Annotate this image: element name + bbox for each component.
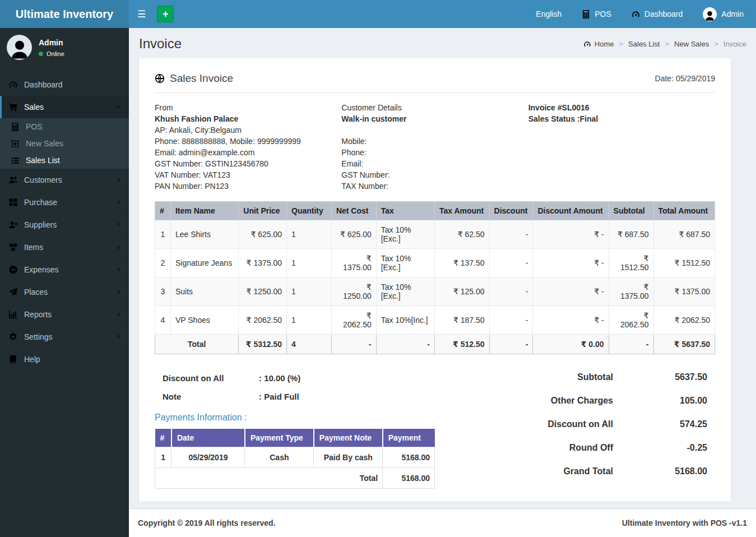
content-wrapper: Invoice Home > Sales List > New Sales > … <box>129 28 756 501</box>
breadcrumb-separator: > <box>619 40 624 48</box>
language-menu[interactable]: English <box>536 10 562 18</box>
payments-total-row: Total 5168.00 <box>155 468 435 489</box>
cell: ₹ 625.00 <box>239 220 287 249</box>
sidebar-item-pos[interactable]: POS <box>0 118 129 135</box>
invoice-number: Invoice #SL0016 <box>528 102 715 113</box>
sidebar-item-customers[interactable]: Customers <box>0 169 129 191</box>
cell: ₹ 687.50 <box>609 220 653 249</box>
chevron-left-icon <box>115 177 121 183</box>
summary-row-grand-total: Grand Total 5168.00 <box>446 466 707 476</box>
cell: 1 <box>287 306 332 335</box>
invoice-title: Sales Invoice <box>155 72 233 85</box>
cell: - <box>376 335 434 354</box>
cell: 1 <box>287 220 332 249</box>
cell: ₹ 625.00 <box>331 220 376 249</box>
column-header: Subtotal <box>609 202 653 220</box>
sidebar-item-purchase[interactable]: Purchase <box>0 191 129 214</box>
column-header: Date <box>171 429 245 447</box>
cell: 2 <box>155 249 171 277</box>
customer-block: Customer Details Walk-in customer Mobile… <box>341 102 528 192</box>
navbar-dashboard-link[interactable]: Dashboard <box>632 10 683 18</box>
summary-label: Subtotal <box>577 372 613 382</box>
cell: - <box>489 306 533 335</box>
sales-submenu: POS New Sales Sales List <box>0 118 129 169</box>
sidebar-item-items[interactable]: Items <box>0 236 129 258</box>
chevron-left-icon <box>115 289 121 295</box>
summary-row-discount-on-all: Discount on All 574.25 <box>446 419 707 429</box>
cell: 1 <box>287 249 332 277</box>
note-value: : Paid Full <box>259 392 299 401</box>
chevron-down-icon <box>115 104 121 110</box>
sales-status: Sales Status :Final <box>528 113 715 124</box>
user-plus-icon <box>8 220 18 229</box>
calculator-icon <box>582 10 590 18</box>
sidebar-item-new-sales[interactable]: New Sales <box>0 135 129 152</box>
navbar-pos-link[interactable]: POS <box>582 10 611 18</box>
cell: 3 <box>155 277 171 306</box>
navbar-right: English POS Dashboard Admin <box>536 7 756 21</box>
invoice-meta-block: Invoice #SL0016 Sales Status :Final <box>528 102 715 192</box>
summary-row-other-charges: Other Charges 105.00 <box>446 396 707 406</box>
sidebar-menu: Dashboard Sales POS New Sales Sales Li <box>0 73 129 371</box>
sidebar-item-sales[interactable]: Sales <box>0 96 129 118</box>
navbar-user-menu[interactable]: Admin <box>703 7 744 21</box>
column-header: # <box>155 202 171 220</box>
invoice-date: Date: 05/29/2019 <box>655 74 715 83</box>
breadcrumb-sales-list[interactable]: Sales List <box>628 40 660 48</box>
cell: VP Shoes <box>170 306 238 335</box>
cell: - <box>489 277 533 306</box>
breadcrumb-new-sales[interactable]: New Sales <box>674 40 709 48</box>
discount-on-all-row: Discount on All : 10.00 (%) <box>163 373 446 383</box>
cell: 4 <box>155 306 171 335</box>
cell: ₹ 2062.50 <box>609 306 653 335</box>
breadcrumb-separator: > <box>714 40 718 48</box>
user-status[interactable]: Online <box>39 50 64 57</box>
sidebar-item-help[interactable]: Help <box>0 348 129 371</box>
footer: Copyright © 2019 All rights reserved. Ul… <box>129 508 756 537</box>
sidebar-item-expenses[interactable]: Expenses <box>0 258 129 281</box>
chevron-left-icon <box>115 200 121 205</box>
globe-icon <box>155 73 165 84</box>
cell: ₹ 5637.50 <box>653 335 715 354</box>
sidebar-item-dashboard[interactable]: Dashboard <box>0 73 129 96</box>
sidebar-item-places[interactable]: Places <box>0 281 129 303</box>
chevron-left-icon <box>115 334 121 340</box>
main-area: ☰ + English POS Dashboard Admin <box>129 0 756 537</box>
sidebar-item-reports[interactable]: Reports <box>0 303 129 326</box>
from-name: Khush Fashion Palace <box>155 113 341 124</box>
avatar <box>703 7 717 21</box>
column-header: Payment <box>383 429 435 447</box>
discount-on-all-value: : 10.00 (%) <box>259 373 300 383</box>
cell: Lee Shirts <box>170 220 238 249</box>
payments-table: # Date Payment Type Payment Note Payment… <box>155 429 435 489</box>
customer-label: Customer Details <box>341 102 528 113</box>
gauge-icon <box>632 10 640 18</box>
column-header: Discount <box>489 202 533 220</box>
cell: - <box>489 220 533 249</box>
cell: ₹ - <box>533 277 609 306</box>
payments-title: Payments Information : <box>155 413 446 423</box>
quick-add-button[interactable]: + <box>157 6 174 22</box>
customer-phone: Phone: <box>341 147 528 158</box>
cell: ₹ 2062.50 <box>331 306 376 335</box>
sidebar-item-suppliers[interactable]: Suppliers <box>0 214 129 236</box>
breadcrumb: Home > Sales List > New Sales > Invoice <box>583 40 746 48</box>
cell: Tax 10%[Exc.] <box>376 220 434 249</box>
column-header: Unit Price <box>239 202 287 220</box>
sidebar-item-sales-list[interactable]: Sales List <box>0 152 129 169</box>
customer-name: Walk-in customer <box>341 113 528 124</box>
menu-toggle-icon[interactable]: ☰ <box>129 8 154 20</box>
invoice-card: Sales Invoice Date: 05/29/2019 From Khus… <box>139 58 731 501</box>
breadcrumb-home[interactable]: Home <box>583 40 614 48</box>
footer-copyright: Copyright © 2019 All rights reserved. <box>138 519 276 527</box>
breadcrumb-separator: > <box>665 40 669 48</box>
table-row: 1 Lee Shirts ₹ 625.00 1 ₹ 625.00 Tax 10%… <box>155 220 715 249</box>
cell: ₹ 512.50 <box>434 335 489 354</box>
cell: ₹ 1375.00 <box>609 277 653 306</box>
cell: 4 <box>287 335 332 354</box>
brand-logo[interactable]: Ultimate Inventory <box>0 0 129 28</box>
cell: ₹ 687.50 <box>653 220 715 249</box>
cell: Suits <box>170 277 238 306</box>
sidebar-item-settings[interactable]: Settings <box>0 326 129 348</box>
summary-value: 5637.50 <box>613 372 707 382</box>
